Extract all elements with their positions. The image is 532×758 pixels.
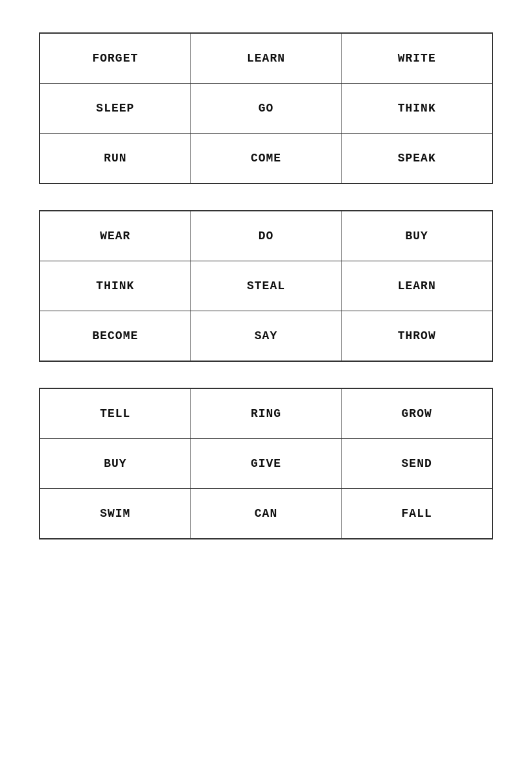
table-cell: GO xyxy=(191,84,342,133)
table-row: BUYGIVESEND xyxy=(40,439,492,489)
table-row: RUNCOMESPEAK xyxy=(40,134,492,183)
table-cell: GIVE xyxy=(191,439,342,488)
table-cell: WEAR xyxy=(40,211,191,261)
table-cell: SLEEP xyxy=(40,84,191,133)
table-cell: CAN xyxy=(191,489,342,538)
table-cell: FALL xyxy=(341,489,492,538)
table-row: THINKSTEALLEARN xyxy=(40,261,492,311)
table-cell: THINK xyxy=(40,261,191,311)
table-cell: THROW xyxy=(341,311,492,361)
table-cell: FORGET xyxy=(40,34,191,83)
table-cell: RUN xyxy=(40,134,191,183)
table-row: BECOMESAYTHROW xyxy=(40,311,492,361)
table-cell: DO xyxy=(191,211,342,261)
table-cell: SEND xyxy=(341,439,492,488)
table-cell: LEARN xyxy=(191,34,342,83)
table-cell: TELL xyxy=(40,389,191,438)
table-cell: WRITE xyxy=(341,34,492,83)
table-2: WEARDOBUYTHINKSTEALLEARNBECOMESAYTHROW xyxy=(39,210,493,362)
table-row: SLEEPGOTHINK xyxy=(40,84,492,134)
table-row: WEARDOBUY xyxy=(40,211,492,261)
table-cell: SWIM xyxy=(40,489,191,538)
table-cell: BECOME xyxy=(40,311,191,361)
table-cell: THINK xyxy=(341,84,492,133)
table-row: TELLRINGGROW xyxy=(40,389,492,439)
table-cell: RING xyxy=(191,389,342,438)
table-cell: STEAL xyxy=(191,261,342,311)
table-row: SWIMCANFALL xyxy=(40,489,492,538)
table-1: FORGETLEARNWRITESLEEPGOTHINKRUNCOMESPEAK xyxy=(39,32,493,184)
table-cell: GROW xyxy=(341,389,492,438)
table-cell: LEARN xyxy=(341,261,492,311)
table-cell: BUY xyxy=(341,211,492,261)
table-cell: BUY xyxy=(40,439,191,488)
table-3: TELLRINGGROWBUYGIVESENDSWIMCANFALL xyxy=(39,388,493,539)
table-cell: COME xyxy=(191,134,342,183)
table-cell: SAY xyxy=(191,311,342,361)
table-row: FORGETLEARNWRITE xyxy=(40,34,492,84)
table-cell: SPEAK xyxy=(341,134,492,183)
